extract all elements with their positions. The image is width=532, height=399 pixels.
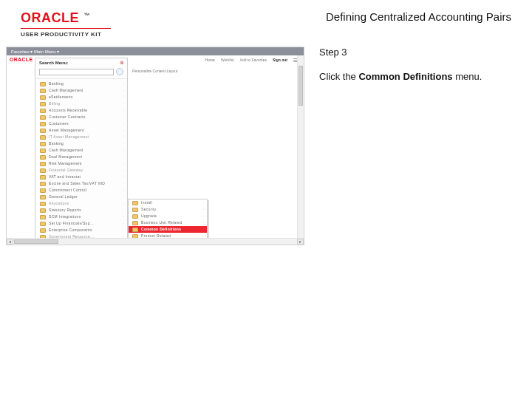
brand-name: ORACLE [21, 10, 79, 26]
menu-item[interactable]: Billing· [35, 100, 127, 107]
folder-icon [40, 142, 46, 146]
menu-item-label: Customers [49, 122, 69, 126]
submenu-item-common-definitions[interactable]: Common Definitions· [129, 226, 207, 233]
menu-item-label: Banking [49, 82, 64, 86]
menu-item[interactable]: SCM Integrations· [35, 214, 127, 220]
menu-item[interactable]: Banking· [35, 81, 127, 87]
folder-icon [40, 109, 46, 113]
chevron-right-icon: · [123, 129, 124, 132]
chevron-right-icon: · [123, 188, 124, 192]
menu-item[interactable]: Excise and Sales Tax/VAT IND· [35, 180, 127, 187]
menu-item-label: Cash Management [49, 89, 83, 92]
menu-item[interactable]: Banking· [35, 140, 127, 147]
menu-item-label: Cash Management [49, 149, 83, 152]
menu-item[interactable]: Enterprise Components· [35, 227, 127, 233]
link-home[interactable]: Home [205, 58, 215, 62]
search-input[interactable] [39, 69, 114, 75]
menu-item-label: VAT and Intrastat [49, 175, 81, 179]
scrollbar-horizontal[interactable]: ◂ ▸ [7, 238, 304, 245]
app-logo: ORACLE [10, 57, 33, 62]
folder-icon [132, 201, 138, 205]
menu-item[interactable]: Customers· [35, 120, 127, 127]
menu-item[interactable]: Financial Gateway· [35, 167, 127, 174]
folder-icon [40, 129, 46, 133]
menu-item[interactable]: Deal Management· [35, 154, 127, 160]
submenu-item-label: Common Definitions [141, 228, 181, 231]
menu-item[interactable]: Set Up Financials/Sup...· [35, 220, 127, 227]
menu-item[interactable]: Allocations· [35, 200, 127, 207]
folder-icon [40, 222, 46, 226]
folder-icon [40, 208, 46, 213]
menu-item[interactable]: Cash Management· [35, 87, 127, 94]
link-worklist[interactable]: Worklist [221, 58, 234, 62]
scrollbar-vertical[interactable] [297, 55, 304, 238]
menu-item-label: IT Asset Management [49, 135, 89, 139]
menu-item[interactable]: Customer Contracts· [35, 114, 127, 120]
chevron-right-icon: · [123, 208, 124, 212]
link-favorites[interactable]: Add to Favorites [240, 58, 267, 62]
topbar-left[interactable]: Favorites ▾ Main Menu ▾ [11, 50, 59, 54]
menu-item[interactable]: IT Asset Management· [35, 134, 127, 140]
folder-icon [40, 168, 46, 173]
chevron-right-icon: · [123, 175, 124, 179]
panel-title: Search Menu: [35, 58, 127, 65]
chevron-right-icon: · [123, 142, 124, 146]
menu-item-label: Risk Management [49, 162, 82, 166]
menu-item[interactable]: Commitment Control· [35, 187, 127, 194]
app-topbar: Favorites ▾ Main Menu ▾ [7, 47, 304, 55]
main-menu-panel: Search Menu: ⊗ Banking·Cash Management·e… [35, 58, 128, 242]
breadcrumb[interactable]: Personalize Content Layout [132, 69, 177, 73]
menu-item-label: SCM Integrations [49, 215, 81, 219]
submenu-item[interactable]: Upgrade· [129, 213, 207, 219]
menu-item[interactable]: Asset Management· [35, 127, 127, 134]
menu-item-label: Allocations [49, 202, 69, 205]
search-go-icon[interactable] [116, 68, 123, 75]
menu-item[interactable]: Cash Management· [35, 147, 127, 154]
chevron-right-icon: · [123, 82, 124, 86]
link-signout[interactable]: Sign out [273, 58, 287, 62]
folder-icon [40, 135, 46, 140]
menu-item[interactable]: General Ledger· [35, 194, 127, 200]
menu-item-label: Financial Gateway [49, 168, 83, 172]
chevron-right-icon: · [123, 89, 124, 92]
submenu-item[interactable]: Business Unit Related· [129, 219, 207, 226]
menu-item[interactable]: eSettlements· [35, 94, 127, 100]
chevron-right-icon: · [123, 228, 124, 232]
brand-logo: ORACLE ™ USER PRODUCTIVITY KIT [21, 10, 111, 38]
menu-item-label: Asset Management [49, 129, 84, 132]
chevron-right-icon: · [203, 208, 204, 211]
menu-item[interactable]: Statutory Reports· [35, 207, 127, 214]
folder-icon [40, 155, 46, 160]
folder-icon [132, 214, 138, 219]
step-label: Step 3 [319, 47, 511, 58]
scroll-right-icon[interactable]: ▸ [297, 239, 304, 245]
instruction-line: Click the Common Definitions menu. [319, 71, 511, 82]
close-icon[interactable]: ⊗ [120, 60, 124, 65]
menu-item-label: Customer Contracts [49, 115, 86, 119]
submenu-item[interactable]: Install· [129, 200, 207, 206]
menu-item[interactable]: Risk Management· [35, 160, 127, 167]
chevron-right-icon: · [203, 221, 204, 225]
menu-item-label: Enterprise Components [49, 228, 92, 232]
brand-subtitle: USER PRODUCTIVITY KIT [21, 31, 111, 38]
folder-icon [132, 208, 138, 212]
app-screenshot: Favorites ▾ Main Menu ▾ ORACLE Home Work… [6, 47, 304, 245]
chevron-right-icon: · [123, 168, 124, 172]
menu-item-label: Billing [49, 102, 60, 106]
folder-icon [40, 228, 46, 233]
chevron-right-icon: · [123, 215, 124, 219]
submenu-item-label: Install [141, 201, 152, 205]
scroll-left-icon[interactable]: ◂ [7, 239, 13, 245]
menu-item-label: Accounts Receivable [49, 109, 87, 112]
chevron-right-icon: · [123, 155, 124, 159]
menu-item[interactable]: VAT and Intrastat· [35, 174, 127, 180]
top-links: Home Worklist Add to Favorites Sign out [205, 58, 287, 62]
menu-item-label: eSettlements [49, 95, 73, 99]
submenu-item[interactable]: Security· [129, 206, 207, 213]
submenu-item-label: Security [141, 208, 156, 211]
brand-underline [21, 28, 111, 29]
menu-item[interactable]: Accounts Receivable· [35, 107, 127, 114]
folder-icon [132, 221, 138, 225]
chevron-right-icon: · [123, 182, 124, 185]
chevron-right-icon: · [123, 95, 124, 99]
